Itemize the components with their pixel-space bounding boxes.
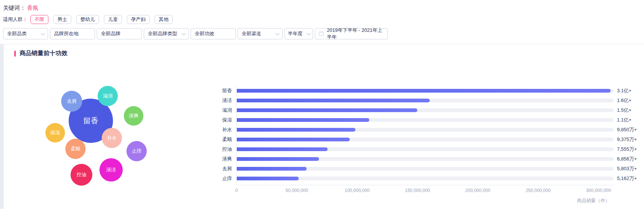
bar-value-label: 9,850万+ [617, 126, 637, 133]
bubble-3[interactable]: 清爽 [124, 106, 143, 126]
hbar-row-0: 留香3.1亿+ [203, 86, 644, 96]
hbar-row-8: 去屑5,803万+ [203, 164, 644, 174]
filter-select-3[interactable]: 全部品牌类型 [144, 28, 189, 39]
bubble-5[interactable]: 补水 [102, 128, 122, 148]
bar-track [236, 177, 614, 180]
hbar-row-9: 止痒5,162万+ [203, 174, 644, 183]
bar-category-label: 保湿 [203, 117, 232, 123]
filter-select-2[interactable]: 全部品牌 [97, 28, 142, 39]
x-tick-label: 0 [235, 188, 238, 193]
bubble-8[interactable]: 清洁 [99, 158, 123, 182]
bar-category-label: 滋润 [203, 107, 232, 114]
keyword-label: 关键词： [3, 4, 26, 12]
section-title: 商品销量前十功效 [20, 50, 68, 57]
filter-select-6[interactable]: 半年度 [284, 28, 313, 39]
bar-track-bg [236, 147, 614, 151]
bar-3[interactable] [236, 118, 369, 122]
bar-track-bg [236, 177, 614, 180]
x-axis-title: 商品销量（件） [236, 198, 614, 204]
bubble-1[interactable]: 去屑 [61, 91, 82, 112]
bar-0[interactable] [236, 89, 611, 93]
date-range-value: 2019年下半年 - 2021年上半年 [327, 27, 384, 40]
filter-select-4[interactable]: 全部功效 [191, 28, 236, 39]
hbar-row-7: 清爽6,856万+ [203, 154, 644, 164]
bubble-4[interactable]: 保湿 [45, 123, 65, 142]
crowd-pill-2[interactable]: 婴幼儿 [76, 15, 99, 24]
chevron-down-icon [182, 31, 186, 35]
bar-5[interactable] [236, 138, 350, 141]
bar-track [236, 147, 614, 151]
bar-category-label: 补水 [203, 126, 232, 133]
bar-7[interactable] [236, 157, 319, 161]
hbar-rows: 留香3.1亿+清洁1.6亿+滋润1.5亿+保湿1.1亿+补水9,850万+柔顺9… [203, 86, 644, 183]
bar-value-label: 7,555万+ [617, 146, 637, 153]
filter-select-label: 全部功效 [195, 30, 214, 37]
crowd-pill-1[interactable]: 男士 [53, 15, 71, 24]
crowd-pill-5[interactable]: 其他 [155, 15, 173, 24]
bar-value-label: 1.6亿+ [617, 97, 632, 104]
crowd-pills: 不限男士婴幼儿儿童孕产妇其他 [30, 15, 178, 24]
x-axis-ticks: 050,000,000100,000,000150,000,000200,000… [236, 188, 614, 194]
x-tick-label: 200,000,000 [465, 188, 491, 193]
bar-category-label: 去屑 [203, 165, 232, 172]
bar-track-bg [236, 89, 614, 93]
bubble-7[interactable]: 止痒 [126, 141, 147, 161]
x-tick-label: 100,000,000 [345, 188, 370, 193]
crowd-pill-3[interactable]: 儿童 [104, 15, 122, 24]
bar-8[interactable] [236, 167, 307, 171]
bar-track-bg [236, 138, 614, 141]
hbar-row-6: 控油7,555万+ [203, 144, 644, 154]
x-tick-label: 250,000,000 [526, 188, 551, 193]
filter-select-1[interactable]: 品牌所在地 [50, 28, 95, 39]
bar-category-label: 清爽 [203, 156, 232, 162]
x-tick-label: 300,000,000 [586, 188, 611, 193]
y-axis-line [236, 86, 237, 185]
crowd-pill-4[interactable]: 孕产妇 [127, 15, 150, 24]
hbar-row-5: 柔顺9,375万+ [203, 135, 644, 144]
bubble-6[interactable]: 柔顺 [65, 139, 86, 159]
x-tick-label: 150,000,000 [405, 188, 430, 193]
filter-select-0[interactable]: 全部品类 [3, 28, 48, 39]
bar-9[interactable] [236, 177, 299, 180]
bar-4[interactable] [236, 128, 355, 132]
chevron-down-icon [41, 31, 45, 35]
bar-value-label: 5,803万+ [617, 165, 637, 172]
page-body: 商品销量前十功效 留香去屑滋润清爽保湿补水柔顺止痒清洁控油 留香3.1亿+清洁1… [0, 44, 644, 209]
bar-1[interactable] [236, 99, 430, 102]
bar-value-label: 5,162万+ [617, 175, 637, 182]
bar-track [236, 118, 614, 122]
bar-value-label: 1.1亿+ [617, 117, 632, 123]
filter-select-label: 半年度 [288, 30, 302, 37]
bubble-chart: 留香去屑滋润清爽保湿补水柔顺止痒清洁控油 [34, 70, 176, 195]
x-tick-label: 50,000,000 [286, 188, 308, 193]
date-range-picker[interactable]: 2019年下半年 - 2021年上半年 [315, 28, 388, 39]
bar-track-bg [236, 99, 614, 102]
bar-track [236, 108, 614, 112]
hbar-row-1: 清洁1.6亿+ [203, 96, 644, 105]
bar-track [236, 138, 614, 141]
filter-select-5[interactable]: 全部渠道 [238, 28, 283, 39]
title-marker [14, 51, 16, 57]
bar-category-label: 控油 [203, 146, 232, 153]
crowd-pill-0[interactable]: 不限 [30, 15, 48, 24]
bar-6[interactable] [236, 147, 328, 151]
keyword-row: 关键词： 香氛 [3, 3, 644, 13]
chevron-down-icon [307, 31, 311, 35]
section-header: 商品销量前十功效 [14, 50, 68, 57]
crowd-filter-row: 适用人群： 不限男士婴幼儿儿童孕产妇其他 [3, 15, 644, 24]
bar-category-label: 柔顺 [203, 136, 232, 143]
chevron-down-icon [275, 31, 280, 35]
bar-value-label: 1.5亿+ [617, 107, 632, 114]
filter-select-label: 全部品牌类型 [148, 30, 177, 37]
bubble-9[interactable]: 控油 [71, 164, 92, 186]
filter-select-label: 品牌所在地 [54, 30, 78, 37]
bar-track-bg [236, 157, 614, 161]
hbar-row-2: 滋润1.5亿+ [203, 105, 644, 115]
bar-category-label: 留香 [203, 87, 232, 94]
bar-track-bg [236, 167, 614, 171]
keyword-value[interactable]: 香氛 [27, 4, 38, 12]
bubble-2[interactable]: 滋润 [98, 86, 118, 106]
calendar-icon [319, 32, 324, 36]
bar-2[interactable] [236, 108, 417, 112]
filter-selects-row: 全部品类品牌所在地全部品牌全部品牌类型全部功效全部渠道半年度2019年下半年 -… [3, 28, 644, 39]
